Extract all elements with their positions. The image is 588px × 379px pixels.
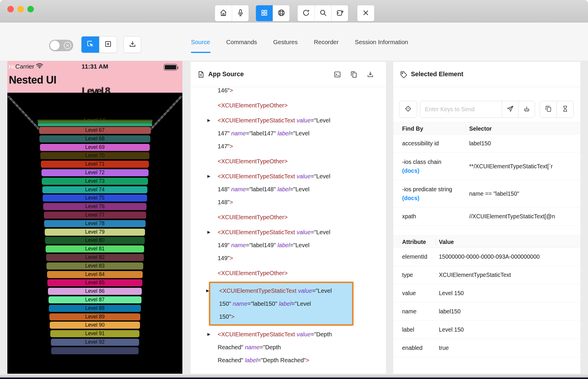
source-node[interactable]: 146"> (191, 87, 386, 97)
search-button[interactable] (314, 5, 331, 21)
tag-icon (400, 71, 407, 78)
tab-session-information[interactable]: Session Information (355, 39, 408, 46)
download-icon (367, 74, 374, 79)
level-bar[interactable]: Level 91 (50, 330, 140, 338)
selector-header: Selector (469, 122, 492, 135)
locate-element-button[interactable] (399, 101, 417, 118)
expand-arrow-icon[interactable]: ▶ (206, 284, 209, 297)
source-line: 150"> (210, 310, 352, 323)
level-bar[interactable] (51, 347, 139, 355)
attribute-name: type (393, 270, 439, 279)
level-bar[interactable]: Level 88 (49, 305, 141, 312)
level-bar[interactable]: Level 89 (49, 313, 141, 321)
attribute-value: label150 (439, 308, 580, 315)
download-screenshot-group (124, 36, 141, 53)
tab-commands[interactable]: Commands (226, 39, 257, 46)
level-bar[interactable]: Level 73 (41, 177, 148, 185)
screenshot-interaction-toggle[interactable]: ✕ (49, 40, 73, 51)
source-node[interactable]: <XCUIElementTypeOther> (191, 267, 386, 280)
level-bar[interactable]: Level 83 (46, 262, 144, 270)
level-bar[interactable]: Level 87 (48, 296, 142, 304)
source-node[interactable]: ▶<XCUIElementTypeStaticText value="Level… (191, 170, 386, 209)
home-button[interactable] (215, 5, 232, 21)
level-bar[interactable]: Level 81 (45, 245, 144, 253)
collapsed-level-bar[interactable] (38, 121, 152, 123)
selector-value: name == "label150" (469, 190, 580, 197)
view-button-group (256, 5, 290, 21)
microphone-button[interactable] (232, 5, 249, 21)
level-bar[interactable]: Level 71 (41, 160, 149, 168)
level-bar[interactable]: Level 70 (40, 152, 149, 159)
refresh-icon (302, 9, 310, 18)
level-bar[interactable]: Level 79 (44, 228, 146, 236)
expand-arrow-icon[interactable]: ▶ (207, 328, 210, 341)
source-node[interactable]: <XCUIElementTypeOther> (191, 155, 386, 168)
app-source-header: App Source (191, 62, 386, 87)
docs-link[interactable]: (docs) (402, 167, 419, 174)
level-bar[interactable]: Level 85 (47, 279, 142, 287)
tap-by-coordinates-button[interactable] (99, 36, 117, 53)
level-bar[interactable]: Level 74 (42, 186, 148, 194)
find-by-table: Find By Selector accessibility idlabel15… (393, 122, 580, 226)
screen-recording-button[interactable] (331, 5, 348, 21)
close-window-button[interactable] (7, 6, 14, 12)
source-node[interactable]: ▶<XCUIElementTypeStaticText value="Level… (191, 114, 386, 153)
collapsed-level-bar[interactable] (37, 120, 153, 121)
attribute-value: Level 150 (439, 326, 580, 333)
plus-square-icon (104, 40, 112, 49)
source-node[interactable]: <XCUIElementTypeOther> (191, 211, 386, 224)
docs-link[interactable]: (docs) (402, 195, 419, 201)
source-node[interactable]: ▶<XCUIElementTypeStaticText value="Level… (191, 226, 386, 265)
level-bar[interactable]: Level 78 (44, 220, 146, 227)
copy-source-button[interactable] (350, 71, 358, 78)
native-inspector-button[interactable] (256, 5, 273, 21)
level-bar[interactable]: Level 69 (40, 144, 150, 151)
level-bar[interactable]: Level 92 (51, 338, 139, 346)
level-bar[interactable]: Level 77 (44, 211, 146, 219)
expand-arrow-icon[interactable]: ▶ (207, 226, 210, 239)
level-bar[interactable]: Level 67 (39, 127, 151, 134)
get-timing-button[interactable] (557, 101, 573, 117)
copy-attributes-button[interactable] (540, 101, 557, 117)
quit-session-button[interactable] (357, 5, 374, 21)
level-bar[interactable]: Level 80 (45, 237, 145, 244)
minimize-window-button[interactable] (17, 6, 24, 12)
level-bar[interactable]: Level 75 (42, 194, 147, 202)
device-screenshot[interactable]: Home Carrier 11:31 AM Nested UI Level 8 … (7, 61, 182, 374)
level-bar[interactable]: Level 68 (39, 135, 151, 143)
source-line: <XCUIElementTypeOther> (191, 155, 386, 168)
source-line: 149"> (191, 252, 386, 265)
collapsed-level-bar[interactable] (38, 123, 152, 126)
grid-icon (260, 9, 268, 18)
send-keys-input[interactable] (420, 101, 502, 117)
refresh-button[interactable] (298, 5, 314, 21)
action-button-group (297, 5, 348, 21)
level-bar[interactable]: Level 90 (49, 321, 140, 329)
level-bar[interactable]: Level 82 (46, 254, 144, 261)
source-tree-scroll[interactable]: 146"><XCUIElementTypeOther>▶<XCUIElement… (191, 87, 386, 374)
tab-source[interactable]: Source (191, 39, 210, 46)
attribute-name: elementId (393, 252, 439, 261)
web-view-button[interactable] (273, 5, 289, 21)
tab-gestures[interactable]: Gestures (273, 39, 298, 46)
selector-value: label150 (469, 140, 580, 147)
globe-icon (277, 9, 285, 18)
expand-arrow-icon[interactable]: ▶ (207, 170, 210, 183)
level-bar[interactable]: Level 76 (43, 203, 147, 210)
source-node-selected[interactable]: ▶<XCUIElementTypeStaticText value="Level… (209, 282, 354, 326)
send-keys-button[interactable] (502, 101, 518, 117)
source-node[interactable]: ▶<XCUIElementTypeStaticText value="Depth… (191, 328, 386, 367)
expand-arrow-icon[interactable]: ▶ (207, 114, 210, 127)
clear-keys-button[interactable] (518, 101, 535, 117)
source-line: <XCUIElementTypeOther> (191, 211, 386, 224)
zoom-window-button[interactable] (27, 6, 34, 12)
download-screenshot-button[interactable] (124, 36, 141, 53)
source-node[interactable]: <XCUIElementTypeOther> (191, 99, 386, 112)
level-bar[interactable]: Level 72 (41, 169, 149, 177)
select-elements-button[interactable] (81, 36, 99, 53)
level-bar[interactable]: Level 86 (48, 287, 142, 295)
download-source-button[interactable] (367, 71, 374, 78)
tab-recorder[interactable]: Recorder (314, 39, 339, 46)
level-bar[interactable]: Level 84 (47, 271, 143, 278)
toggle-attributes-button[interactable] (334, 71, 341, 78)
